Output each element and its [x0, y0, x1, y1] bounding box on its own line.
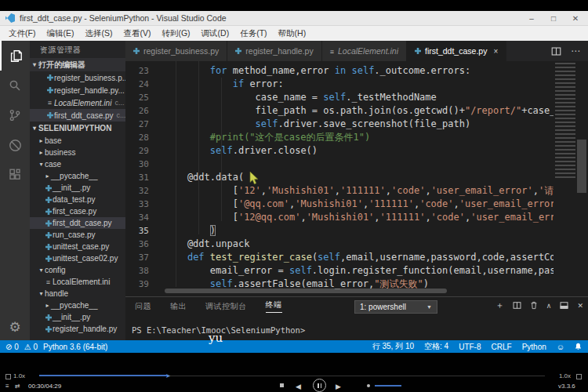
panel-tab-输出[interactable]: 输出 — [170, 301, 187, 312]
volume-slider[interactable] — [375, 385, 401, 387]
panel-tab-调试控制台[interactable]: 调试控制台 — [205, 301, 247, 312]
open-editors-header[interactable]: ▾ 打开的编辑器 — [30, 58, 125, 71]
chevron-down-icon: ▾ — [33, 122, 36, 135]
restore-button[interactable]: □ — [543, 11, 564, 26]
open-editor-item[interactable]: ≡LocalElement.inic... — [30, 96, 125, 109]
open-editor-item[interactable]: first_ddt_case.pyc... — [30, 109, 125, 122]
language-mode[interactable]: Python — [522, 343, 546, 351]
code-line: 38 email_error = self.login.register_fun… — [125, 264, 588, 278]
line-number: 25 — [125, 91, 149, 104]
source-control-icon[interactable] — [0, 100, 30, 130]
tree-folder-__pycache__[interactable]: ▸__pycache__ — [30, 299, 125, 311]
panel-tab-问题[interactable]: 问题 — [135, 301, 151, 312]
tree-file-__init__.py[interactable]: __init__.py — [30, 182, 125, 194]
menu-item[interactable]: 文件(F) — [3, 26, 41, 41]
open-editor-item[interactable]: register_handle.py... — [30, 84, 125, 96]
close-panel-icon[interactable]: ✕ — [577, 302, 583, 310]
playback-speed-row: 1.0x ➤ 1.0x — [0, 372, 588, 380]
next-icon[interactable]: ▶ — [336, 383, 341, 390]
chevron-down-icon: ▾ — [38, 290, 45, 297]
tree-file-__init__.py[interactable]: __init__.py — [30, 311, 125, 323]
project-folder-header[interactable]: ▾ SELENIUMPYTHON — [30, 122, 125, 135]
tree-folder-handle[interactable]: ▾handle — [30, 288, 125, 299]
tab-LocalElement.ini[interactable]: ≡LocalElement.ini — [322, 41, 407, 61]
minimap-area — [554, 61, 588, 296]
vertical-scrollbar[interactable] — [577, 140, 586, 193]
tree-file-unittest_case02.py[interactable]: unittest_case02.py — [30, 252, 125, 264]
menu-item[interactable]: 调试(D) — [196, 26, 235, 41]
previous-icon[interactable]: ◀ — [296, 383, 301, 390]
toggle-panel-icon[interactable] — [560, 301, 568, 310]
encoding[interactable]: UTF-8 — [459, 343, 481, 351]
tree-folder-base[interactable]: ▸base — [30, 135, 125, 147]
close-tab-icon[interactable]: × — [493, 47, 498, 56]
volume-icon[interactable] — [367, 384, 370, 387]
notifications-bell-icon[interactable] — [575, 343, 582, 350]
tree-file-first_ddt_case.py[interactable]: first_ddt_case.py — [30, 217, 125, 229]
explorer-icon[interactable] — [0, 41, 30, 71]
dropdown-caret-icon: ▼ — [426, 304, 432, 310]
tab-register_business.py[interactable]: register_business.py — [125, 41, 227, 61]
title-bar[interactable]: first_ddt_case.py - SeleniumPython - Vis… — [0, 11, 588, 26]
tree-file-LocalElement.ini[interactable]: ≡LocalElement.ini — [30, 276, 125, 288]
eol-sequence[interactable]: CRLF — [492, 343, 512, 351]
settings-gear-icon[interactable]: ⚙ — [0, 319, 30, 336]
code-editor[interactable]: 23 for method_name,error in self._outcom… — [125, 61, 588, 296]
tree-file-register_handle.py[interactable]: register_handle.py — [30, 323, 125, 335]
close-button[interactable]: ✕ — [564, 11, 586, 26]
minimize-button[interactable]: – — [521, 11, 543, 26]
menu-item[interactable]: 帮助(H) — [273, 26, 312, 41]
tree-file-first_case.py[interactable]: first_case.py — [30, 205, 125, 217]
tab-first_ddt_case.py[interactable]: first_ddt_case.py× — [407, 41, 506, 61]
py-icon — [415, 46, 421, 56]
video-watermark: yu — [209, 331, 223, 345]
speed-settings-icon[interactable] — [576, 374, 582, 379]
split-editor-icon[interactable] — [551, 46, 561, 56]
playlist-icon[interactable]: ≡ — [5, 383, 9, 390]
tree-folder-business[interactable]: ▸business — [30, 147, 125, 158]
tree-file-data_test.py[interactable]: data_test.py — [30, 194, 125, 205]
pause-button[interactable] — [313, 379, 326, 392]
py-icon — [45, 74, 54, 81]
open-editor-item[interactable]: register_business.p... — [30, 71, 125, 84]
extensions-icon[interactable] — [0, 160, 30, 190]
more-actions-icon[interactable]: ⋯ — [571, 45, 580, 56]
tree-file-run_case.py[interactable]: run_case.py — [30, 229, 125, 241]
warnings-indicator[interactable]: ⚠ 0 — [24, 343, 38, 351]
split-terminal-icon[interactable] — [513, 301, 521, 310]
cursor-position[interactable]: 行 35, 列 10 — [372, 341, 414, 352]
indentation[interactable]: 空格: 4 — [424, 341, 448, 352]
menu-item[interactable]: 编辑(E) — [41, 26, 79, 41]
errors-indicator[interactable]: ⊘ 0 — [5, 343, 19, 351]
tree-folder-case[interactable]: ▾case — [30, 158, 125, 170]
panel-tab-终端[interactable]: 终端 — [266, 299, 282, 313]
menu-item[interactable]: 任务(T) — [234, 26, 272, 41]
speed-menu-icon[interactable] — [5, 374, 11, 379]
progress-thumb[interactable]: ➤ — [165, 372, 171, 379]
explorer-sidebar: 资源管理器 ▾ 打开的编辑器 register_business.p...reg… — [30, 41, 125, 340]
stop-icon[interactable] — [280, 383, 284, 387]
menu-item[interactable]: 查看(V) — [118, 26, 156, 41]
maximize-panel-icon[interactable]: ∧ — [546, 302, 552, 310]
new-terminal-icon[interactable]: ＋ — [495, 299, 504, 311]
debug-icon[interactable] — [0, 130, 30, 160]
loop-icon[interactable]: ⇄ — [15, 383, 20, 390]
search-icon[interactable] — [0, 71, 30, 100]
ini-icon: ≡ — [45, 99, 54, 107]
menu-item[interactable]: 转到(G) — [156, 26, 195, 41]
kill-terminal-trash-icon[interactable] — [530, 301, 538, 310]
code-line: 36 @ddt.unpack — [125, 238, 588, 251]
menu-item[interactable]: 选择(S) — [79, 26, 118, 41]
tab-register_handle.py[interactable]: register_handle.py — [227, 41, 321, 61]
python-interpreter[interactable]: Python 3.6 (64-bit) — [43, 343, 107, 351]
tab-actions: ⋯ — [551, 41, 588, 61]
py-icon — [44, 197, 53, 203]
tree-folder-config[interactable]: ▾config — [30, 264, 125, 276]
tree-folder-__pycache__[interactable]: ▸__pycache__ — [30, 170, 125, 182]
horizontal-scrollbar[interactable] — [165, 289, 447, 293]
minimap[interactable] — [555, 63, 575, 180]
shell-selector-dropdown[interactable]: 1: powershell ▼ — [354, 300, 437, 314]
file-label: __pycache__ — [51, 301, 98, 310]
tree-file-unittest_case.py[interactable]: unittest_case.py — [30, 241, 125, 252]
feedback-smiley-icon[interactable]: ☺ — [557, 343, 564, 351]
